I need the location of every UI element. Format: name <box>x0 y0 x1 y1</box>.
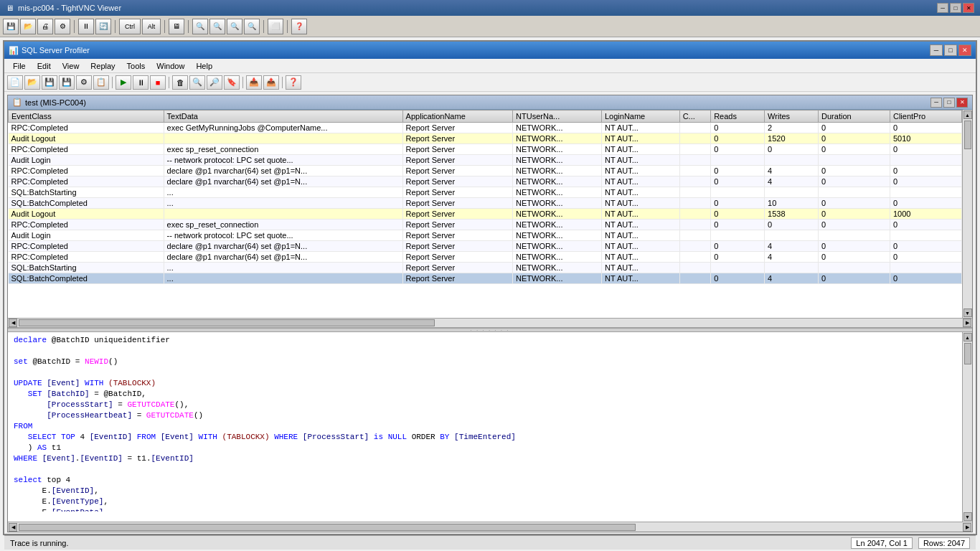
prof-pause-btn[interactable]: ⏸ <box>133 75 149 90</box>
code-line: [ProcessStart] = GETUTCDATE(), <box>14 400 956 410</box>
prof-find-btn[interactable]: 🔎 <box>207 75 222 90</box>
table-row[interactable]: Audit LogoutReport ServerNETWORK...NT AU… <box>9 133 962 144</box>
profiler-maximize-btn[interactable]: □ <box>944 44 957 56</box>
table-row[interactable]: RPC:Completeddeclare @p1 nvarchar(64) se… <box>9 166 962 176</box>
table-row[interactable]: SQL:BatchCompleted...Report ServerNETWOR… <box>9 273 962 284</box>
profiler-minimize-btn[interactable]: ─ <box>930 44 943 56</box>
table-row[interactable]: RPC:Completedexec GetMyRunningJobs @Comp… <box>9 123 962 133</box>
vnc-new-btn[interactable]: 💾 <box>3 19 19 34</box>
table-cell: 0 <box>819 123 890 133</box>
col-c[interactable]: C... <box>679 110 711 123</box>
table-row[interactable]: RPC:Completeddeclare @p1 nvarchar(64) se… <box>9 252 962 263</box>
table-cell: Report Server <box>402 155 512 166</box>
menu-help[interactable]: Help <box>190 60 218 72</box>
prof-save-as-btn[interactable]: 💾 <box>59 75 75 90</box>
table-row[interactable]: SQL:BatchStarting...Report ServerNETWORK… <box>9 187 962 198</box>
table-cell <box>679 187 711 198</box>
vnc-zoom-in-btn[interactable]: 🔍 <box>209 19 225 34</box>
table-row[interactable]: SQL:BatchStarting...Report ServerNETWORK… <box>9 263 962 273</box>
code-hscroll-right-btn[interactable]: ▶ <box>963 523 971 532</box>
vscroll-down-btn[interactable]: ▼ <box>963 309 972 317</box>
profiler-close-btn[interactable]: ✕ <box>958 44 971 56</box>
code-vscroll-up-btn[interactable]: ▲ <box>963 333 972 342</box>
menu-window[interactable]: Window <box>151 60 190 72</box>
code-vscroll-thumb[interactable] <box>964 343 971 364</box>
col-textdata[interactable]: TextData <box>164 110 402 123</box>
prof-properties-btn[interactable]: ⚙ <box>76 75 92 90</box>
vnc-zoom-fit-btn[interactable]: 🔍 <box>244 19 260 34</box>
table-cell <box>765 155 819 166</box>
col-ntuser[interactable]: NTUserNa... <box>513 110 602 123</box>
table-row[interactable]: Audit LogoutReport ServerNETWORK...NT AU… <box>9 209 962 220</box>
col-appname[interactable]: ApplicationName <box>402 110 512 123</box>
hscroll-left-btn[interactable]: ◀ <box>9 319 17 327</box>
col-duration[interactable]: Duration <box>819 110 890 123</box>
vnc-print-btn[interactable]: 🖨 <box>37 19 53 34</box>
vnc-settings-btn[interactable]: ⚙ <box>55 19 70 34</box>
hscroll-right-btn[interactable]: ▶ <box>963 319 971 327</box>
vnc-zoom-reset-btn[interactable]: 🔍 <box>227 19 242 34</box>
vnc-sep4 <box>188 20 189 33</box>
trace-window-controls[interactable]: ─ □ ✕ <box>930 98 968 108</box>
vnc-alt-btn[interactable]: Alt <box>142 19 161 34</box>
prof-bookmark-btn[interactable]: 🔖 <box>224 75 240 90</box>
prof-clear-btn[interactable]: 🗑 <box>172 75 188 90</box>
prof-new-btn[interactable]: 📄 <box>7 75 23 90</box>
menu-tools[interactable]: Tools <box>121 60 151 72</box>
vnc-zoom-out-btn[interactable]: 🔍 <box>192 19 208 34</box>
vnc-maximize-btn[interactable]: □ <box>950 3 961 13</box>
prof-stop-btn[interactable]: ■ <box>150 75 166 90</box>
menu-edit[interactable]: Edit <box>32 60 57 72</box>
vnc-screen-btn[interactable]: 🖥 <box>169 19 184 34</box>
vscroll-up-btn[interactable]: ▲ <box>963 110 972 119</box>
code-vscroll-down-btn[interactable]: ▼ <box>963 512 972 521</box>
vscroll-thumb[interactable] <box>964 121 971 149</box>
vnc-fullscreen-btn[interactable]: ⬜ <box>268 19 283 34</box>
vnc-help-btn[interactable]: ❓ <box>291 19 307 34</box>
vnc-close-btn[interactable]: ✕ <box>963 3 974 13</box>
col-loginname[interactable]: LoginName <box>601 110 679 123</box>
table-row[interactable]: SQL:BatchCompleted...Report ServerNETWOR… <box>9 198 962 209</box>
prof-import-btn[interactable]: 📥 <box>246 75 262 90</box>
table-cell <box>890 187 961 198</box>
code-hscroll-thumb[interactable] <box>19 524 636 531</box>
prof-open-btn[interactable]: 📂 <box>24 75 40 90</box>
vnc-ctrl-btn[interactable]: Ctrl <box>119 19 141 34</box>
prof-save-btn[interactable]: 💾 <box>42 75 57 90</box>
menu-view[interactable]: View <box>57 60 85 72</box>
prof-run-btn[interactable]: ▶ <box>116 75 131 90</box>
vnc-sep2 <box>115 20 116 33</box>
col-clientpro[interactable]: ClientPro <box>890 110 961 123</box>
prof-export-btn[interactable]: 📤 <box>263 75 279 90</box>
vnc-window-controls[interactable]: ─ □ ✕ <box>937 3 974 13</box>
prof-filter-btn[interactable]: 🔍 <box>189 75 205 90</box>
table-row[interactable]: Audit Login-- network protocol: LPC set … <box>9 230 962 241</box>
col-eventclass[interactable]: EventClass <box>9 110 164 123</box>
trace-close-btn[interactable]: ✕ <box>956 98 968 108</box>
prof-template-btn[interactable]: 📋 <box>93 75 109 90</box>
trace-table-scroll[interactable]: EventClass TextData ApplicationName NTUs… <box>8 110 962 318</box>
code-scroll[interactable]: declare @BatchID uniqueidentifier set @B… <box>8 332 962 512</box>
menu-replay[interactable]: Replay <box>85 60 121 72</box>
vnc-open-btn[interactable]: 📂 <box>20 19 36 34</box>
table-row[interactable]: RPC:Completedexec sp_reset_connectionRep… <box>9 220 962 230</box>
table-row[interactable]: RPC:Completeddeclare @p1 nvarchar(64) se… <box>9 241 962 252</box>
profiler-window-controls[interactable]: ─ □ ✕ <box>930 44 971 56</box>
menu-file[interactable]: File <box>7 60 32 72</box>
vnc-refresh-btn[interactable]: 🔄 <box>95 19 111 34</box>
code-line <box>14 346 956 357</box>
trace-minimize-btn[interactable]: ─ <box>930 98 942 108</box>
vnc-pause-btn[interactable]: ⏸ <box>78 19 94 34</box>
code-hscroll-left-btn[interactable]: ◀ <box>9 523 17 532</box>
col-reads[interactable]: Reads <box>711 110 765 123</box>
table-cell: 0 <box>819 241 890 252</box>
trace-maximize-btn[interactable]: □ <box>943 98 955 108</box>
table-row[interactable]: RPC:Completeddeclare @p1 nvarchar(64) se… <box>9 176 962 187</box>
prof-help-btn[interactable]: ❓ <box>286 75 301 90</box>
table-row[interactable]: Audit Login-- network protocol: LPC set … <box>9 155 962 166</box>
hscroll-thumb[interactable] <box>19 319 435 326</box>
table-row[interactable]: RPC:Completedexec sp_reset_connectionRep… <box>9 144 962 155</box>
table-cell <box>679 166 711 176</box>
vnc-minimize-btn[interactable]: ─ <box>937 3 948 13</box>
col-writes[interactable]: Writes <box>765 110 819 123</box>
